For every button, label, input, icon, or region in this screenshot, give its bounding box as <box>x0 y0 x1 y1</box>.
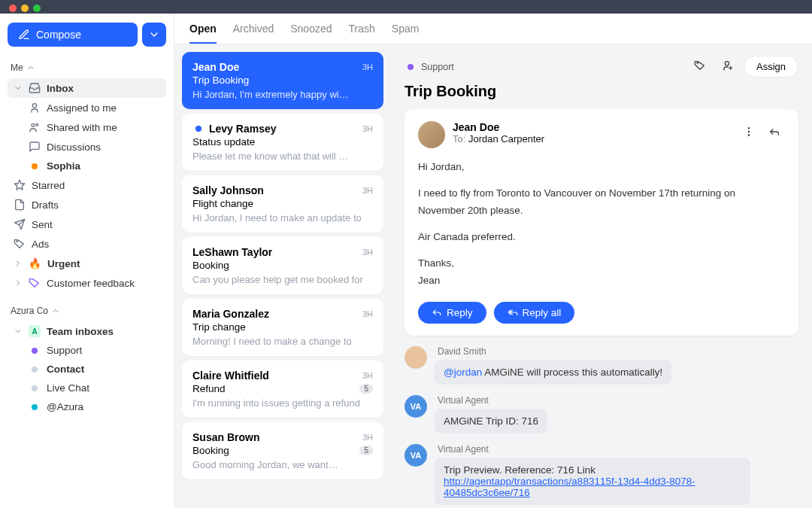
sidebar-team-inboxes[interactable]: ATeam inboxes <box>8 321 166 341</box>
user-icon <box>29 102 41 114</box>
svg-point-6 <box>17 241 17 242</box>
unread-dot-icon <box>195 126 201 132</box>
chevron-up-icon <box>26 62 35 74</box>
section-me[interactable]: Me <box>8 57 166 78</box>
sidebar-inbox[interactable]: Inbox <box>8 78 166 98</box>
compose-icon <box>18 29 30 41</box>
sidebar-support[interactable]: Support <box>8 341 166 360</box>
section-azura[interactable]: Azura Co <box>8 300 166 321</box>
close-dot[interactable] <box>9 5 17 12</box>
sidebar-contact[interactable]: Contact <box>8 360 166 379</box>
comment-bubble: AMGiNE Trip ID: 716 <box>435 409 547 433</box>
chat-icon <box>29 141 41 153</box>
max-dot[interactable] <box>33 5 41 12</box>
tab-spam[interactable]: Spam <box>392 23 420 44</box>
list-item[interactable]: Claire Whitfield3H Refund5 I'm running i… <box>182 360 383 418</box>
compose-label: Compose <box>36 29 81 41</box>
count-badge: 5 <box>359 446 373 455</box>
sidebar-shared[interactable]: Shared with me <box>8 117 166 137</box>
avatar: VA <box>404 444 427 467</box>
gray-dot-icon <box>32 385 38 391</box>
subject: Trip Booking <box>404 83 798 100</box>
avatar <box>418 121 445 148</box>
svg-marker-3 <box>14 180 24 190</box>
teal-dot-icon <box>32 404 38 410</box>
list-item[interactable]: Susan Brown3H Booking5 Good morning Jord… <box>182 422 383 479</box>
gray-dot-icon <box>32 367 38 373</box>
compose-button[interactable]: Compose <box>8 23 138 47</box>
inbox-tag: Support <box>404 62 454 72</box>
purple-dot-icon <box>32 348 38 354</box>
comment: David Smith @jordan AMGiNE will process … <box>404 346 798 385</box>
svg-point-2 <box>36 123 38 126</box>
comment-bubble: @jordan AMGiNE will process this automat… <box>435 360 671 385</box>
svg-point-8 <box>725 62 729 65</box>
count-badge: 5 <box>359 384 373 394</box>
more-button[interactable] <box>738 121 759 144</box>
users-icon <box>29 121 41 133</box>
min-dot[interactable] <box>21 5 29 12</box>
list-item[interactable]: LeShawn Taylor3H Booking Can you please … <box>182 237 383 294</box>
message: Jean Doe To: Jordan Carpenter Hi Jordan,… <box>404 109 798 336</box>
sidebar-sophia[interactable]: Sophia <box>8 157 166 175</box>
sidebar-assigned[interactable]: Assigned to me <box>8 98 166 117</box>
reply-button[interactable]: Reply <box>418 302 486 324</box>
list-item[interactable]: Levy Ramsey3H Status update Please let m… <box>182 114 383 171</box>
avatar: VA <box>404 395 427 418</box>
chevron-right-icon <box>14 257 23 269</box>
reply-all-button[interactable]: Reply all <box>494 302 575 324</box>
list-item[interactable]: Maria Gonzalez3H Trip change Morning! I … <box>182 299 383 356</box>
file-icon <box>14 199 26 211</box>
conversation-list: Jean Doe3H Trip Booking Hi Jordan, I'm e… <box>174 44 391 508</box>
tag-button[interactable] <box>689 55 710 78</box>
tabs: Open Archived Snoozed Trash Spam <box>174 14 812 44</box>
comment: VA Virtual Agent Trip Preview. Reference… <box>404 444 798 505</box>
svg-point-0 <box>32 104 36 108</box>
tab-snoozed[interactable]: Snoozed <box>290 23 332 44</box>
svg-point-13 <box>748 135 749 135</box>
svg-point-11 <box>748 128 749 129</box>
sidebar-feedback[interactable]: Customer feedback <box>8 273 166 293</box>
comment: VA Virtual Agent AMGiNE Trip ID: 716 <box>404 395 798 433</box>
comment-bubble: Trip Preview. Reference: 716 Link http:/… <box>435 458 750 505</box>
tab-archived[interactable]: Archived <box>233 23 274 44</box>
tab-open[interactable]: Open <box>189 23 217 44</box>
svg-point-1 <box>32 123 35 126</box>
mention[interactable]: @jordan <box>444 367 482 378</box>
fire-icon: 🔥 <box>29 257 41 269</box>
svg-point-7 <box>697 62 698 63</box>
sidebar-discussions[interactable]: Discussions <box>8 137 166 157</box>
reading-pane: Support Assign Trip Booking Jean Doe To:… <box>391 44 812 508</box>
chevron-right-icon <box>14 277 23 289</box>
sidebar-sent[interactable]: Sent <box>8 214 166 234</box>
titlebar <box>0 0 812 14</box>
tag-icon <box>29 277 41 289</box>
svg-point-12 <box>748 131 749 132</box>
message-to: To: Jordan Carpenter <box>453 133 544 144</box>
list-item[interactable]: Sally Johnson3H Flight change Hi Jordan,… <box>182 175 383 233</box>
tab-trash[interactable]: Trash <box>349 23 375 44</box>
avatar <box>404 346 427 369</box>
message-body: Hi Jordan, I need to fly from Toronto to… <box>418 159 785 290</box>
assign-user-button[interactable] <box>717 55 738 78</box>
sidebar-ads[interactable]: Ads <box>8 234 166 254</box>
sidebar-drafts[interactable]: Drafts <box>8 195 166 214</box>
trip-link[interactable]: http://agentapp/transactions/a883115f-13… <box>444 476 695 498</box>
send-icon <box>14 218 26 230</box>
compose-dropdown[interactable] <box>142 23 166 47</box>
reply-icon-button[interactable] <box>764 121 785 144</box>
star-icon <box>14 179 26 191</box>
list-item[interactable]: Jean Doe3H Trip Booking Hi Jordan, I'm e… <box>182 52 383 109</box>
sidebar-livechat[interactable]: Live Chat <box>8 379 166 397</box>
chevron-down-icon <box>14 82 23 94</box>
tag-icon <box>14 238 26 250</box>
sidebar-urgent[interactable]: 🔥Urgent <box>8 254 166 273</box>
sidebar-at-azura[interactable]: @Azura <box>8 397 166 416</box>
sidebar: Compose Me Inbox Assigned to me Shared w… <box>0 14 174 508</box>
message-from: Jean Doe <box>453 121 544 133</box>
orange-dot-icon <box>32 163 38 169</box>
sidebar-starred[interactable]: Starred <box>8 175 166 195</box>
window-controls <box>9 5 41 12</box>
inbox-icon <box>29 82 41 94</box>
assign-button[interactable]: Assign <box>744 56 798 78</box>
